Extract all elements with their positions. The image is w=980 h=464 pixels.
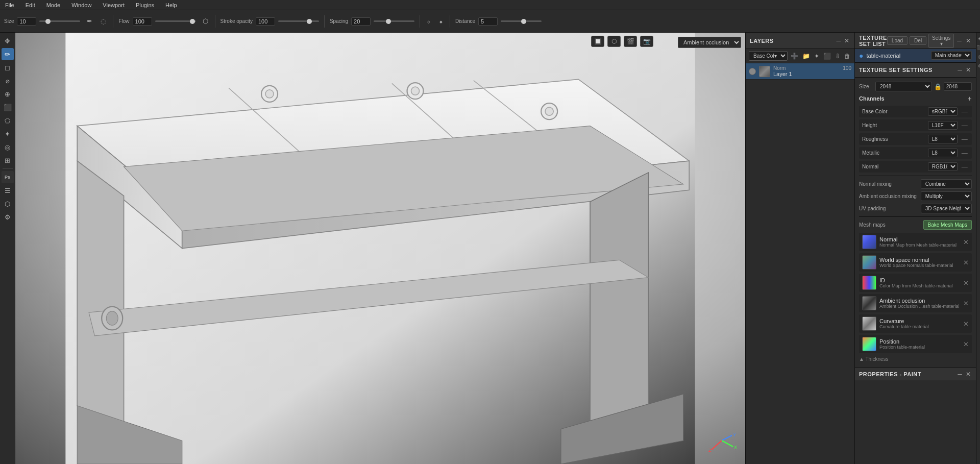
stroke-opacity-input[interactable] xyxy=(256,17,275,26)
viewport[interactable]: 🔲 ⬡ 🎬 📷 Ambient occlusion Base Color Rou… xyxy=(15,33,745,464)
menu-mode[interactable]: Mode xyxy=(44,2,63,8)
texture-set-item[interactable]: ● table-material Main shade▾ xyxy=(855,49,976,62)
axis-widget: Y Z X xyxy=(706,425,737,456)
svg-point-12 xyxy=(411,87,420,95)
channel-roughness-format[interactable]: L8L16FRGB16F xyxy=(928,135,958,143)
mesh-map-wsn-sub: World Space Normals table-material xyxy=(879,263,960,268)
mesh-map-normal-remove[interactable]: ✕ xyxy=(963,238,969,246)
mesh-map-position-remove[interactable]: ✕ xyxy=(963,340,969,348)
tool-transform[interactable]: ✥ xyxy=(2,35,14,47)
layers-folder-btn[interactable]: 📁 xyxy=(801,52,811,61)
mesh-map-id-remove[interactable]: ✕ xyxy=(963,279,969,287)
layers-channel-select[interactable]: Base Col▾ xyxy=(749,51,788,61)
texture-set-load-btn[interactable]: Load xyxy=(887,36,908,45)
mesh-map-wsn-remove[interactable]: ✕ xyxy=(963,259,969,266)
layers-panel: LAYERS ─ ✕ Base Col▾ ➕ 📁 ✦ ⬛ ⇩ 🗑 xyxy=(746,33,855,464)
tool-layers[interactable]: ☰ xyxy=(2,184,14,197)
distance-input[interactable] xyxy=(478,17,498,26)
symmetry-icon[interactable]: ⬦ xyxy=(425,16,432,27)
display-mode-select[interactable]: Ambient occlusion Base Color Roughness H… xyxy=(678,37,741,48)
lighting-btn[interactable]: 🎬 xyxy=(624,36,637,47)
normal-mixing-select[interactable]: CombineMultiplyReplace xyxy=(921,179,972,189)
tool-polygon-fill[interactable]: ⬠ xyxy=(2,114,14,127)
layers-close-btn[interactable]: ✕ xyxy=(843,36,850,45)
tss-size-select[interactable]: 204810244096 xyxy=(875,82,932,91)
menu-window[interactable]: Window xyxy=(69,2,93,8)
texture-set-shader-select[interactable]: Main shade▾ xyxy=(931,51,972,60)
extra-icon-3[interactable]: ◎ xyxy=(976,53,980,60)
flow-icon[interactable]: ⬡ xyxy=(201,16,210,27)
ao-mixing-select[interactable]: MultiplyAddReplace xyxy=(921,191,972,201)
tss-minimize-btn[interactable]: ─ xyxy=(957,65,963,75)
layers-merge-btn[interactable]: ⇩ xyxy=(834,52,841,61)
channel-basecolor-remove[interactable]: — xyxy=(961,108,969,115)
size-input[interactable] xyxy=(17,17,36,26)
menu-plugins[interactable]: Plugins xyxy=(134,2,156,8)
menu-file[interactable]: File xyxy=(3,2,16,8)
channel-roughness-remove[interactable]: — xyxy=(961,136,969,143)
distance-slider[interactable] xyxy=(501,20,542,22)
tool-paint[interactable]: ✏ xyxy=(2,48,14,60)
channel-metallic-format[interactable]: L8L16FRGB16F xyxy=(928,149,958,157)
stroke-opacity-slider[interactable] xyxy=(278,20,319,22)
spacing-input[interactable] xyxy=(351,17,371,26)
properties-minimize-btn[interactable]: ─ xyxy=(957,370,963,379)
mesh-map-ao-remove[interactable]: ✕ xyxy=(963,300,969,307)
flow-input[interactable] xyxy=(133,17,152,26)
properties-close-btn[interactable]: ✕ xyxy=(965,370,972,379)
layers-minimize-btn[interactable]: ─ xyxy=(835,36,842,45)
svg-marker-14 xyxy=(77,161,124,441)
tool-blur[interactable]: ◎ xyxy=(2,141,14,153)
texture-set-close-btn[interactable]: ✕ xyxy=(965,36,972,45)
tool-color-picker[interactable]: ✦ xyxy=(2,128,14,140)
render-mode-btn[interactable]: ⬡ xyxy=(607,36,621,47)
channel-normal-remove[interactable]: — xyxy=(961,163,969,170)
menu-help[interactable]: Help xyxy=(163,2,179,8)
texture-set-del-btn[interactable]: Del xyxy=(910,36,926,45)
bake-mesh-maps-btn[interactable]: Bake Mesh Maps xyxy=(923,220,972,230)
tool-settings[interactable]: ⚙ xyxy=(2,211,14,223)
tool-geo[interactable]: ⬡ xyxy=(2,198,14,210)
tss-close-btn[interactable]: ✕ xyxy=(965,65,972,75)
camera-icon-btn[interactable]: 🔲 xyxy=(591,36,604,47)
tool-project[interactable]: ⊞ xyxy=(2,154,14,166)
svg-point-10 xyxy=(545,107,553,115)
layers-delete-btn[interactable]: 🗑 xyxy=(843,52,851,61)
tool-fill[interactable]: ⬛ xyxy=(2,101,14,113)
uv-padding-select[interactable]: 3D Space NeighborTransparent xyxy=(921,204,972,213)
spacing-slider[interactable] xyxy=(374,20,414,22)
mesh-map-id-info: ID Color Map from Mesh table-material xyxy=(879,277,960,288)
layer-item[interactable]: Norm 100 Layer 1 xyxy=(746,63,854,80)
symmetry2-icon[interactable]: ⬥ xyxy=(437,16,445,27)
menu-viewport[interactable]: Viewport xyxy=(101,2,127,8)
extra-icon-1[interactable]: ◈ xyxy=(976,35,980,42)
channel-basecolor-format[interactable]: sRGB8L8RGB16F xyxy=(928,107,958,116)
brush-shape-icon[interactable]: ✒ xyxy=(85,16,94,27)
menu-edit[interactable]: Edit xyxy=(23,2,37,8)
layers-add-btn[interactable]: ➕ xyxy=(790,52,799,61)
mesh-map-curvature-remove[interactable]: ✕ xyxy=(963,320,969,328)
texture-set-minimize-btn[interactable]: ─ xyxy=(956,36,963,45)
screenshot-btn[interactable]: 📷 xyxy=(640,36,653,47)
layer-visibility-toggle[interactable] xyxy=(749,68,756,75)
channel-height-format[interactable]: L16FL8RGB16F xyxy=(928,121,958,130)
channel-height-remove[interactable]: — xyxy=(961,122,969,129)
channel-normal-format[interactable]: RGB16FL8sRGB8 xyxy=(928,162,958,171)
tool-ps[interactable]: Ps xyxy=(2,171,14,183)
tool-smudge[interactable]: ⌀ xyxy=(2,75,14,87)
channels-add-btn[interactable]: + xyxy=(968,94,972,103)
tool-clone[interactable]: ⊕ xyxy=(2,88,14,100)
mesh-map-normal-sub: Normal Map from Mesh table-material xyxy=(879,242,960,248)
size-label: Size xyxy=(4,18,14,24)
channel-metallic-remove[interactable]: — xyxy=(961,150,969,157)
layers-mask-btn[interactable]: ⬛ xyxy=(822,52,832,61)
tool-erase[interactable]: ◻ xyxy=(2,61,14,74)
brush-soft-icon[interactable]: ◌ xyxy=(99,16,108,27)
extra-icon-4[interactable]: ⊕ xyxy=(976,62,980,69)
tss-size-input2[interactable] xyxy=(944,82,972,91)
size-slider[interactable] xyxy=(39,20,80,22)
extra-icon-2[interactable]: ⬛ xyxy=(976,44,980,51)
flow-slider[interactable] xyxy=(155,20,196,22)
layers-effects-btn[interactable]: ✦ xyxy=(813,52,820,61)
texture-set-settings-btn[interactable]: Settings ▾ xyxy=(928,34,954,48)
